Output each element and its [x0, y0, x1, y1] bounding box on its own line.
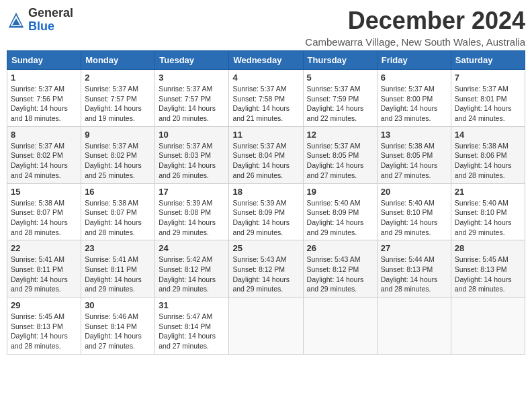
- cell-line: Daylight: 14 hours: [232, 275, 299, 285]
- col-header-monday: Monday: [81, 51, 155, 70]
- cell-line: Sunrise: 5:40 AM: [455, 198, 521, 208]
- cell-content: Sunrise: 5:47 AMSunset: 8:14 PMDaylight:…: [159, 312, 225, 351]
- cell-line: Daylight: 14 hours: [232, 218, 299, 228]
- col-header-tuesday: Tuesday: [155, 51, 229, 70]
- cell-line: and 28 minutes.: [11, 228, 77, 238]
- cell-line: Sunset: 7:58 PM: [232, 94, 299, 104]
- cell-line: Sunrise: 5:39 AM: [232, 198, 299, 208]
- cell-line: Sunset: 8:11 PM: [11, 265, 77, 275]
- cell-line: Daylight: 14 hours: [381, 218, 447, 228]
- calendar-cell: 13Sunrise: 5:38 AMSunset: 8:05 PMDayligh…: [377, 126, 451, 183]
- cell-line: Sunset: 8:07 PM: [11, 208, 77, 218]
- day-number: 27: [381, 243, 447, 253]
- col-header-wednesday: Wednesday: [229, 51, 303, 70]
- cell-line: and 28 minutes.: [381, 284, 447, 294]
- cell-content: Sunrise: 5:42 AMSunset: 8:12 PMDaylight:…: [159, 255, 225, 294]
- calendar-cell: 8Sunrise: 5:37 AMSunset: 8:02 PMDaylight…: [7, 126, 81, 183]
- day-number: 1: [11, 73, 77, 83]
- cell-line: Daylight: 14 hours: [11, 331, 77, 341]
- title-area: December 2024 Cambewarra Village, New So…: [305, 7, 525, 48]
- cell-line: Daylight: 14 hours: [232, 161, 299, 171]
- cell-line: Sunrise: 5:47 AM: [159, 312, 225, 322]
- cell-line: and 27 minutes.: [85, 341, 151, 351]
- cell-line: Sunrise: 5:37 AM: [307, 84, 373, 94]
- cell-line: Sunset: 8:12 PM: [232, 265, 299, 275]
- cell-line: and 22 minutes.: [307, 113, 373, 124]
- cell-line: Sunset: 8:11 PM: [85, 265, 151, 275]
- cell-line: Sunrise: 5:40 AM: [307, 198, 373, 208]
- cell-content: Sunrise: 5:41 AMSunset: 8:11 PMDaylight:…: [85, 255, 151, 294]
- cell-content: Sunrise: 5:44 AMSunset: 8:13 PMDaylight:…: [381, 255, 447, 294]
- day-number: 22: [11, 243, 77, 253]
- cell-line: Sunset: 8:13 PM: [11, 322, 77, 332]
- cell-line: and 21 minutes.: [232, 113, 299, 124]
- calendar-week-row: 1Sunrise: 5:37 AMSunset: 7:56 PMDaylight…: [7, 70, 525, 127]
- cell-line: Daylight: 14 hours: [85, 218, 151, 228]
- calendar-cell: 15Sunrise: 5:38 AMSunset: 8:07 PMDayligh…: [7, 183, 81, 240]
- cell-line: Daylight: 14 hours: [85, 331, 151, 341]
- cell-content: Sunrise: 5:38 AMSunset: 8:05 PMDaylight:…: [381, 141, 447, 181]
- calendar-cell: 28Sunrise: 5:45 AMSunset: 8:13 PMDayligh…: [451, 240, 525, 298]
- cell-line: Sunset: 8:03 PM: [159, 150, 225, 161]
- cell-line: Sunrise: 5:46 AM: [85, 312, 151, 322]
- calendar-cell: 31Sunrise: 5:47 AMSunset: 8:14 PMDayligh…: [155, 298, 229, 355]
- cell-content: Sunrise: 5:45 AMSunset: 8:13 PMDaylight:…: [11, 312, 77, 351]
- cell-line: and 29 minutes.: [307, 228, 373, 238]
- calendar-cell: 11Sunrise: 5:37 AMSunset: 8:04 PMDayligh…: [229, 126, 303, 183]
- day-number: 5: [307, 73, 373, 83]
- calendar-cell: 29Sunrise: 5:45 AMSunset: 8:13 PMDayligh…: [7, 298, 81, 355]
- cell-line: Sunrise: 5:37 AM: [11, 141, 77, 151]
- calendar-cell: 5Sunrise: 5:37 AMSunset: 7:59 PMDaylight…: [303, 70, 377, 127]
- cell-line: Daylight: 14 hours: [232, 103, 299, 113]
- cell-content: Sunrise: 5:43 AMSunset: 8:12 PMDaylight:…: [307, 255, 373, 294]
- cell-line: Sunrise: 5:37 AM: [307, 141, 373, 151]
- cell-line: Daylight: 14 hours: [159, 275, 225, 285]
- col-header-saturday: Saturday: [451, 51, 525, 70]
- cell-line: Sunrise: 5:45 AM: [11, 312, 77, 322]
- day-number: 31: [159, 300, 225, 310]
- cell-line: and 23 minutes.: [381, 113, 447, 124]
- page-header: General Blue December 2024 Cambewarra Vi…: [7, 7, 525, 48]
- cell-content: Sunrise: 5:37 AMSunset: 8:04 PMDaylight:…: [232, 141, 299, 181]
- day-number: 21: [455, 187, 521, 197]
- cell-line: and 28 minutes.: [11, 341, 77, 351]
- day-number: 11: [232, 130, 299, 140]
- calendar-cell: 23Sunrise: 5:41 AMSunset: 8:11 PMDayligh…: [81, 240, 155, 298]
- cell-content: Sunrise: 5:37 AMSunset: 8:02 PMDaylight:…: [85, 141, 151, 181]
- cell-line: Sunset: 8:14 PM: [159, 322, 225, 332]
- day-number: 17: [159, 187, 225, 197]
- cell-content: Sunrise: 5:39 AMSunset: 8:08 PMDaylight:…: [159, 198, 225, 238]
- calendar-cell: [303, 298, 377, 355]
- cell-line: Daylight: 14 hours: [159, 218, 225, 228]
- cell-line: Sunrise: 5:38 AM: [381, 141, 447, 151]
- cell-content: Sunrise: 5:37 AMSunset: 8:00 PMDaylight:…: [381, 84, 447, 124]
- cell-line: Daylight: 14 hours: [159, 161, 225, 171]
- cell-content: Sunrise: 5:37 AMSunset: 7:57 PMDaylight:…: [159, 84, 225, 124]
- cell-line: and 27 minutes.: [159, 341, 225, 351]
- cell-content: Sunrise: 5:38 AMSunset: 8:07 PMDaylight:…: [85, 198, 151, 238]
- day-number: 18: [232, 187, 299, 197]
- cell-line: and 29 minutes.: [159, 284, 225, 294]
- calendar-cell: [451, 298, 525, 355]
- cell-line: Sunset: 8:12 PM: [159, 265, 225, 275]
- calendar-cell: 17Sunrise: 5:39 AMSunset: 8:08 PMDayligh…: [155, 183, 229, 240]
- day-number: 3: [159, 73, 225, 83]
- cell-line: Daylight: 14 hours: [11, 218, 77, 228]
- cell-content: Sunrise: 5:38 AMSunset: 8:06 PMDaylight:…: [455, 141, 521, 181]
- col-header-friday: Friday: [377, 51, 451, 70]
- cell-line: Sunset: 8:04 PM: [232, 150, 299, 161]
- cell-line: Sunset: 8:00 PM: [381, 94, 447, 104]
- day-number: 26: [307, 243, 373, 253]
- calendar-cell: 24Sunrise: 5:42 AMSunset: 8:12 PMDayligh…: [155, 240, 229, 298]
- cell-line: and 25 minutes.: [85, 171, 151, 181]
- cell-line: Sunrise: 5:41 AM: [11, 255, 77, 265]
- col-header-thursday: Thursday: [303, 51, 377, 70]
- cell-line: Daylight: 14 hours: [11, 103, 77, 113]
- cell-line: Sunset: 8:14 PM: [85, 322, 151, 332]
- location-subtitle: Cambewarra Village, New South Wales, Aus…: [305, 36, 525, 48]
- cell-line: Sunrise: 5:37 AM: [381, 84, 447, 94]
- cell-content: Sunrise: 5:41 AMSunset: 8:11 PMDaylight:…: [11, 255, 77, 294]
- cell-line: Sunrise: 5:41 AM: [85, 255, 151, 265]
- calendar-cell: 14Sunrise: 5:38 AMSunset: 8:06 PMDayligh…: [451, 126, 525, 183]
- cell-line: Sunset: 8:13 PM: [381, 265, 447, 275]
